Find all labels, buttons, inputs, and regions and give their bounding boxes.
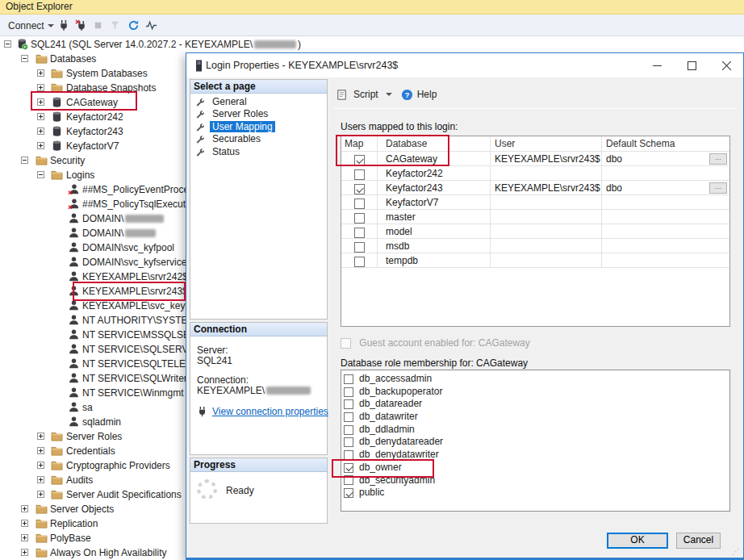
database-cell[interactable]: Keyfactor243 <box>378 181 491 195</box>
user-cell[interactable] <box>491 195 602 210</box>
collapse-icon[interactable] <box>4 40 11 48</box>
user-cell[interactable] <box>491 210 602 224</box>
user-icon <box>68 314 80 326</box>
expand-icon[interactable] <box>37 84 44 91</box>
browse-schema-button[interactable]: ... <box>709 182 727 194</box>
database-cell[interactable]: model <box>378 224 491 239</box>
tree-item[interactable]: SQL241 (SQL Server 14.0.2027.2 - KEYEXAM… <box>0 37 744 52</box>
browse-schema-button[interactable]: ... <box>709 153 727 165</box>
map-checkbox[interactable] <box>354 169 365 180</box>
script-dropdown-icon[interactable] <box>386 93 392 96</box>
database-cell[interactable]: CAGateway <box>378 152 491 166</box>
script-button[interactable]: Script <box>352 89 380 100</box>
role-checkbox[interactable] <box>344 488 353 498</box>
role-item-db_datawriter[interactable]: db_datawriter <box>344 411 729 424</box>
user-cell[interactable]: KEYEXAMPLE\srvr243$ <box>491 181 602 195</box>
role-membership-label: Database role membership for: CAGateway <box>341 357 528 369</box>
database-cell[interactable]: tempdb <box>378 253 491 268</box>
help-button[interactable]: Help <box>417 89 437 100</box>
role-checkbox[interactable] <box>344 387 353 397</box>
role-checkbox[interactable] <box>344 412 353 422</box>
user-cell[interactable] <box>491 224 602 239</box>
default-schema-cell[interactable] <box>602 224 729 239</box>
map-checkbox[interactable] <box>354 184 365 194</box>
default-schema-cell[interactable] <box>602 166 729 181</box>
expand-icon[interactable] <box>37 447 44 454</box>
database-cell[interactable]: msdb <box>378 239 491 253</box>
expand-icon[interactable] <box>37 98 44 106</box>
page-item-securables[interactable]: Securables <box>190 133 327 145</box>
role-checkbox[interactable] <box>344 450 353 460</box>
role-checkbox[interactable] <box>344 425 353 435</box>
expand-icon[interactable] <box>21 534 28 541</box>
collapse-icon[interactable] <box>21 157 28 164</box>
view-connection-properties-link[interactable]: View connection properties <box>212 406 328 417</box>
map-checkbox[interactable] <box>354 213 365 224</box>
expand-icon[interactable] <box>37 142 44 149</box>
user-cell[interactable] <box>491 166 602 181</box>
database-cell[interactable]: KeyfactorV7 <box>378 195 491 210</box>
expand-icon[interactable] <box>21 505 28 512</box>
close-button[interactable] <box>721 61 732 71</box>
database-cell[interactable]: master <box>378 210 491 224</box>
page-item-status[interactable]: Status <box>190 146 327 158</box>
default-schema-cell[interactable] <box>602 253 729 268</box>
refresh-icon[interactable] <box>127 19 140 32</box>
maximize-button[interactable] <box>687 61 697 71</box>
map-checkbox[interactable] <box>354 228 365 238</box>
connect-plug-icon[interactable] <box>57 19 71 32</box>
default-schema-cell[interactable] <box>602 239 729 253</box>
role-item-db_securityadmin[interactable]: db_securityadmin <box>344 474 729 487</box>
default-schema-cell[interactable]: dbo... <box>602 152 729 166</box>
collapse-icon[interactable] <box>37 171 44 178</box>
role-checkbox[interactable] <box>344 399 353 409</box>
expand-icon[interactable] <box>21 549 28 556</box>
default-schema-cell[interactable] <box>602 210 729 224</box>
role-item-db_datareader[interactable]: db_datareader <box>344 398 729 411</box>
expand-icon[interactable] <box>37 491 44 498</box>
dialog-titlebar[interactable]: Login Properties - KEYEXAMPLE\srvr243$ <box>186 53 743 77</box>
ok-button[interactable]: OK <box>607 533 668 549</box>
role-checkbox[interactable] <box>344 463 353 473</box>
collapse-icon[interactable] <box>21 55 28 62</box>
tree-item-label: PolyBase <box>50 531 91 545</box>
map-checkbox[interactable] <box>354 242 365 253</box>
expand-icon[interactable] <box>37 476 44 483</box>
minimize-button[interactable] <box>652 61 662 71</box>
page-item-server-roles[interactable]: Server Roles <box>190 108 327 120</box>
role-item-db_denydatareader[interactable]: db_denydatareader <box>344 436 729 449</box>
default-schema-cell[interactable]: dbo... <box>602 181 729 195</box>
role-item-db_denydatawriter[interactable]: db_denydatawriter <box>344 449 729 462</box>
expand-icon[interactable] <box>37 113 44 120</box>
user-cell[interactable] <box>491 253 602 268</box>
tree-item-label: Database Snapshots <box>66 81 156 95</box>
resize-grip[interactable]: ⋰ <box>732 547 740 556</box>
map-checkbox[interactable] <box>354 155 365 165</box>
expand-icon[interactable] <box>37 69 44 77</box>
guest-account-checkbox <box>341 338 351 349</box>
role-checkbox[interactable] <box>344 374 353 384</box>
expand-icon[interactable] <box>37 433 44 440</box>
role-item-db_ddladmin[interactable]: db_ddladmin <box>344 424 729 437</box>
user-cell[interactable]: KEYEXAMPLE\srvr243$ <box>491 152 602 166</box>
role-checkbox[interactable] <box>344 475 353 485</box>
role-item-db_owner[interactable]: db_owner <box>344 462 729 474</box>
role-item-public[interactable]: public <box>344 487 729 499</box>
expand-icon[interactable] <box>37 462 44 469</box>
map-checkbox[interactable] <box>354 199 365 209</box>
page-item-general[interactable]: General <box>190 96 327 108</box>
database-cell[interactable]: Keyfactor242 <box>378 166 491 181</box>
user-cell[interactable] <box>491 239 602 253</box>
role-checkbox[interactable] <box>344 437 353 447</box>
map-checkbox[interactable] <box>354 257 365 267</box>
cancel-button[interactable]: Cancel <box>676 533 721 549</box>
expand-icon[interactable] <box>21 520 28 527</box>
expand-icon[interactable] <box>37 127 44 135</box>
disconnect-plug-icon[interactable] <box>74 19 88 32</box>
role-item-db_accessadmin[interactable]: db_accessadmin <box>344 373 729 386</box>
activity-monitor-icon[interactable] <box>144 19 158 32</box>
connect-button[interactable]: Connect <box>4 18 58 33</box>
default-schema-cell[interactable] <box>602 195 729 210</box>
page-item-user-mapping[interactable]: User Mapping <box>190 121 327 133</box>
role-item-db_backupoperator[interactable]: db_backupoperator <box>344 386 729 399</box>
